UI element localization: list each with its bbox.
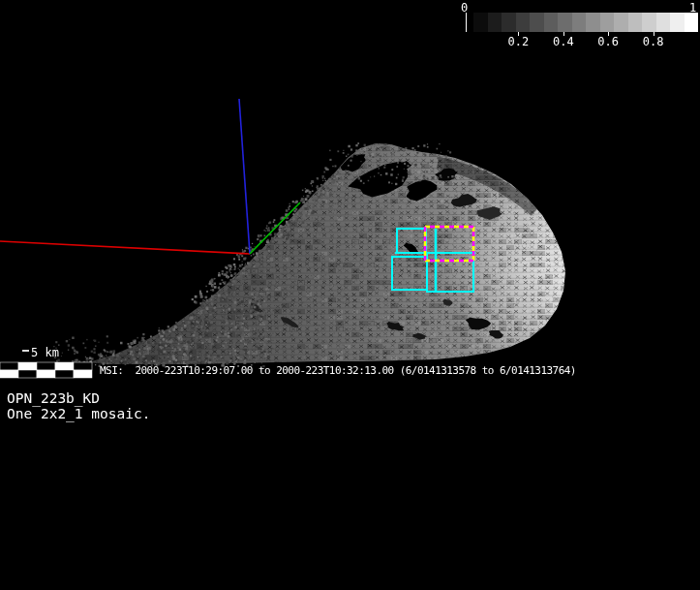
colorbar-tick-label: 0.6 xyxy=(597,35,619,48)
colorbar-tick-label: 0.2 xyxy=(508,35,530,48)
scale-bar-cell xyxy=(74,362,92,370)
scale-bar-cell xyxy=(18,362,37,370)
scale-bar-cell xyxy=(0,362,18,370)
colorbar-step xyxy=(600,13,615,32)
colorbar-tick-label: 0.8 xyxy=(643,35,664,48)
colorbar-tick-label: 0.4 xyxy=(553,35,574,48)
viewer-viewport[interactable]: 0 1 0.20.40.60.8 5 km MSI: 2000-223T10:2… xyxy=(0,0,700,590)
scale-bar-cell xyxy=(55,362,74,370)
colorbar-step xyxy=(642,13,656,32)
scale-bar-cell xyxy=(37,362,55,370)
colorbar-step xyxy=(530,13,544,32)
colorbar-step xyxy=(558,13,572,32)
scale-bar-cell xyxy=(55,370,74,378)
colorbar-step xyxy=(502,13,516,32)
colorbar-gradient xyxy=(473,13,698,32)
msi-footprint-rect xyxy=(397,229,426,253)
msi-footprint-rect xyxy=(392,257,427,290)
colorbar-step xyxy=(488,13,502,32)
mosaic-description: One 2x2_1 mosaic. xyxy=(7,406,150,421)
scene-overlay xyxy=(0,0,700,590)
z-axis-line xyxy=(239,99,250,254)
selected-footprint-dash-yellow xyxy=(425,227,473,261)
sequence-id: OPN_223b_KD xyxy=(7,390,100,406)
scale-bar-label: 5 km xyxy=(31,346,59,359)
colorbar-step xyxy=(586,13,600,32)
colorbar-step xyxy=(670,13,685,32)
y-axis-line xyxy=(250,202,300,254)
colorbar-step xyxy=(656,13,671,32)
colorbar-step xyxy=(614,13,628,32)
colorbar: 0 1 0.20.40.60.8 xyxy=(0,0,700,50)
colorbar-step xyxy=(572,13,587,32)
colorbar-step xyxy=(473,13,488,32)
scale-bar-cell xyxy=(18,370,37,378)
colorbar-step xyxy=(685,13,699,32)
colorbar-zero-tick xyxy=(466,13,467,32)
scale-bar-cell xyxy=(0,370,18,378)
colorbar-step xyxy=(628,13,643,32)
scale-bar-cell xyxy=(74,370,92,378)
x-axis-line xyxy=(0,241,250,254)
axes-triad xyxy=(0,99,300,254)
colorbar-step xyxy=(544,13,559,32)
scale-bar-cell xyxy=(37,370,55,378)
status-line: MSI: 2000-223T10:29:07.00 to 2000-223T10… xyxy=(100,364,576,377)
scale-bar-tick xyxy=(22,350,29,352)
selected-footprint-dash-magenta xyxy=(425,227,473,261)
colorbar-min-label: 0 xyxy=(461,1,468,15)
msi-footprint-rect xyxy=(427,253,473,292)
colorbar-step xyxy=(516,13,531,32)
msi-footprints xyxy=(392,227,475,292)
